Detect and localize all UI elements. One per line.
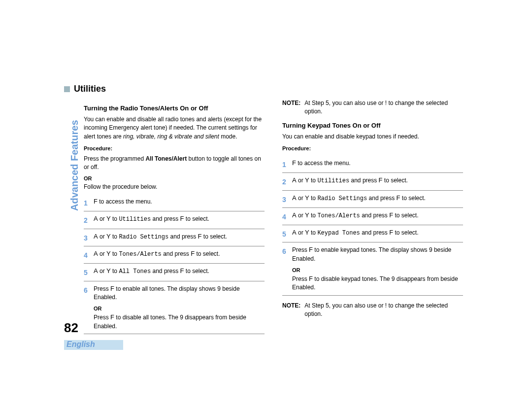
right-subheading: Turning Keypad Tones On or Off (282, 121, 463, 131)
step-body: A or Y to Tones/Alerts and press F to se… (94, 249, 265, 259)
step-body: A or Y to Radio Settings and press F to … (292, 194, 463, 203)
left-shortcut-paragraph: Press the programmed All Tones/Alert but… (84, 155, 265, 172)
step-number: 3 (84, 232, 94, 243)
step-number: 5 (282, 228, 292, 239)
or-label: OR (292, 267, 463, 274)
right-intro-paragraph: You can enable and disable keypad tones … (282, 133, 463, 141)
step-row: 1 F to access the menu. (282, 156, 463, 172)
note-text: At Step 5, you can also use or ! to chan… (304, 302, 463, 319)
step-number: 2 (84, 214, 94, 225)
step-row: 6 Press F to enable all tones. The displ… (84, 281, 265, 334)
step-body: A or Y to Utilities and press F to selec… (94, 214, 265, 224)
note-text: At Step 5, you can also use or ! to chan… (304, 99, 463, 116)
step-number: 2 (282, 176, 292, 187)
step-number: 5 (84, 267, 94, 277)
step-row: 4 A or Y to Tones/Alerts and press F to … (282, 207, 463, 225)
step-row: 3 A or Y to Radio Settings and press F t… (84, 229, 265, 246)
page-body: Utilities Turning the Radio Tones/Alerts… (64, 84, 463, 340)
step-number: 1 (84, 197, 94, 208)
square-bullet-icon (64, 86, 70, 92)
step-row: 3 A or Y to Radio Settings and press F t… (282, 190, 463, 207)
step-number: 4 (282, 211, 292, 222)
step-number: 1 (282, 159, 292, 170)
procedure-label: Procedure: (84, 145, 265, 153)
left-subheading: Turning the Radio Tones/Alerts On or Off (84, 104, 265, 113)
step-row: 5 A or Y to All Tones and press F to sel… (84, 263, 265, 280)
left-steps: 1 F to access the menu. 2 A or Y to Util… (84, 194, 265, 334)
or-label: OR (94, 305, 265, 313)
or-label: OR (84, 175, 265, 183)
step-body: A or Y to Keypad Tones and press F to se… (292, 228, 463, 238)
left-intro-paragraph: You can enable and disable all radio ton… (84, 115, 265, 141)
procedure-label: Procedure: (282, 145, 463, 153)
right-steps: 1 F to access the menu. 2 A or Y to Util… (282, 156, 463, 296)
step-body: A or Y to All Tones and press F to selec… (94, 267, 265, 276)
step-row: 4 A or Y to Tones/Alerts and press F to … (84, 246, 265, 263)
step-number: 3 (282, 194, 292, 205)
step-body: A or Y to Radio Settings and press F to … (94, 232, 265, 241)
section-heading: Utilities (64, 84, 463, 94)
right-column: NOTE: At Step 5, you can also use or ! t… (282, 99, 463, 334)
step-number: 6 (84, 284, 94, 295)
language-label: English (66, 340, 95, 349)
step-body: Press F to enable keypad tones. The disp… (292, 245, 463, 292)
left-column: Turning the Radio Tones/Alerts On or Off… (84, 99, 265, 334)
step-body: A or Y to Tones/Alerts and press F to se… (292, 211, 463, 220)
step-row: 2 A or Y to Utilities and press F to sel… (282, 172, 463, 190)
note-label: NOTE: (282, 99, 300, 116)
note-block: NOTE: At Step 5, you can also use or ! t… (282, 99, 463, 116)
step-row: 5 A or Y to Keypad Tones and press F to … (282, 225, 463, 242)
step-number: 6 (282, 245, 292, 256)
step-body: F to access the menu. (292, 159, 463, 168)
step-body: F to access the menu. (94, 197, 265, 206)
left-follow-paragraph: Follow the procedure below. (84, 183, 265, 191)
heading-text: Utilities (74, 84, 106, 94)
note-block: NOTE: At Step 5, you can also use or ! t… (282, 302, 463, 319)
step-row: 6 Press F to enable keypad tones. The di… (282, 242, 463, 295)
step-body: A or Y to Utilities and press F to selec… (292, 176, 463, 185)
step-number: 4 (84, 249, 94, 260)
step-row: 2 A or Y to Utilities and press F to sel… (84, 211, 265, 228)
step-row: 1 F to access the menu. (84, 194, 265, 211)
step-body: Press F to enable all tones. The display… (94, 284, 265, 331)
note-label: NOTE: (282, 302, 300, 319)
